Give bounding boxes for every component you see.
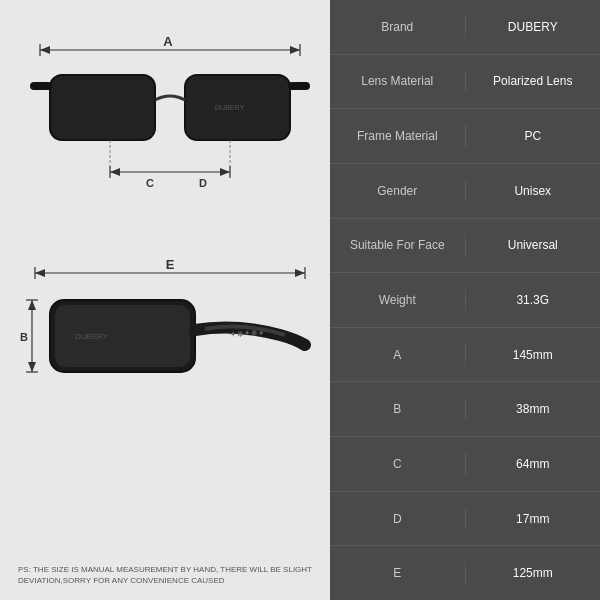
svg-marker-35: [28, 300, 36, 310]
spec-value: 125mm: [466, 562, 601, 584]
svg-marker-4: [290, 46, 300, 54]
spec-row: Frame MaterialPC: [330, 109, 600, 164]
svg-text:A: A: [163, 34, 173, 49]
svg-text:D: D: [199, 177, 207, 189]
svg-marker-3: [40, 46, 50, 54]
spec-value: PC: [466, 125, 601, 147]
svg-text:B: B: [20, 331, 28, 343]
svg-text:C: C: [146, 177, 154, 189]
spec-row: A145mm: [330, 328, 600, 383]
svg-rect-6: [50, 75, 155, 140]
spec-value: 31.3G: [466, 289, 601, 311]
svg-marker-26: [295, 269, 305, 277]
spec-label: Lens Material: [330, 70, 466, 92]
spec-label: C: [330, 453, 466, 475]
svg-text:E: E: [166, 257, 175, 272]
svg-rect-8: [30, 82, 52, 90]
svg-marker-15: [220, 168, 230, 176]
spec-label: Gender: [330, 180, 466, 202]
footnote: PS: THE SIZE IS MANUAL MEASUREMENT BY HA…: [8, 558, 330, 592]
spec-value: 64mm: [466, 453, 601, 475]
spec-label: Brand: [330, 16, 466, 38]
spec-value: 17mm: [466, 508, 601, 530]
spec-value: Unisex: [466, 180, 601, 202]
svg-marker-25: [35, 269, 45, 277]
spec-row: Lens MaterialPolarized Lens: [330, 55, 600, 110]
spec-row: GenderUnisex: [330, 164, 600, 219]
spec-label: D: [330, 508, 466, 530]
spec-row: E125mm: [330, 546, 600, 600]
left-panel: A DUBERY C: [0, 0, 330, 600]
svg-text:DUBERY: DUBERY: [215, 104, 244, 111]
svg-text:✦❋✦❋✦: ✦❋✦❋✦: [230, 328, 265, 339]
spec-label: B: [330, 398, 466, 420]
svg-text:DUBERY: DUBERY: [75, 332, 109, 341]
spec-row: C64mm: [330, 437, 600, 492]
spec-row: Weight31.3G: [330, 273, 600, 328]
svg-rect-9: [288, 82, 310, 90]
spec-row: D17mm: [330, 492, 600, 547]
svg-marker-14: [110, 168, 120, 176]
svg-marker-36: [28, 362, 36, 372]
bottom-glasses-section: E ✦❋✦❋✦ DUBERY B: [10, 255, 320, 465]
spec-label: Frame Material: [330, 125, 466, 147]
spec-label: A: [330, 344, 466, 366]
spec-row: BrandDUBERY: [330, 0, 600, 55]
spec-row: B38mm: [330, 382, 600, 437]
right-panel: BrandDUBERYLens MaterialPolarized LensFr…: [330, 0, 600, 600]
spec-value: 38mm: [466, 398, 601, 420]
spec-value: Polarized Lens: [466, 70, 601, 92]
spec-value: DUBERY: [466, 16, 601, 38]
spec-label: Suitable For Face: [330, 234, 466, 256]
spec-label: Weight: [330, 289, 466, 311]
spec-value: Universal: [466, 234, 601, 256]
spec-row: Suitable For FaceUniversal: [330, 219, 600, 274]
top-glasses-section: A DUBERY C: [10, 10, 320, 250]
spec-value: 145mm: [466, 344, 601, 366]
spec-label: E: [330, 562, 466, 584]
